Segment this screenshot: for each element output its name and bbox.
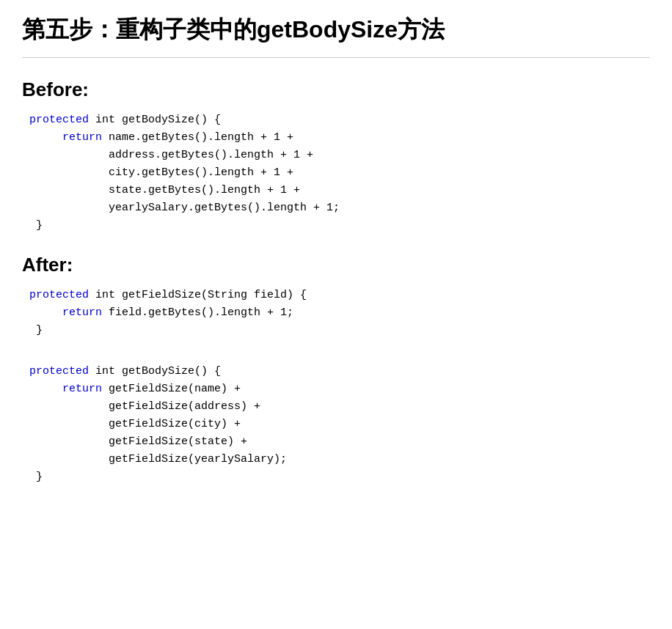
- page-title: 第五步：重构子类中的getBodySize方法: [22, 15, 650, 45]
- before-line-4: city.getBytes().length + 1 +: [29, 166, 293, 179]
- after1-line-1: protected int getFieldSize(String field)…: [29, 289, 307, 301]
- after2-line-7: }: [29, 471, 43, 483]
- before-line-3: address.getBytes().length + 1 +: [29, 149, 313, 161]
- before-code-block: protected int getBodySize() { return nam…: [22, 107, 650, 239]
- before-line-5: state.getBytes().length + 1 +: [29, 184, 300, 196]
- after2-line-5: getFieldSize(state) +: [29, 435, 247, 448]
- divider: [22, 57, 650, 58]
- after1-line-2: return field.getBytes().length + 1;: [29, 306, 293, 319]
- before-section: Before: protected int getBodySize() { re…: [22, 78, 650, 239]
- before-line-2: return name.getBytes().length + 1 +: [29, 131, 293, 144]
- before-line-1: protected int getBodySize() {: [29, 114, 221, 126]
- after1-line-3: }: [29, 324, 43, 336]
- before-line-7: }: [29, 219, 43, 232]
- after2-line-1: protected int getBodySize() {: [29, 365, 221, 378]
- before-line-6: yearlySalary.getBytes().length + 1;: [29, 202, 340, 214]
- after-label: After:: [22, 254, 650, 276]
- before-label: Before:: [22, 78, 650, 101]
- after2-line-3: getFieldSize(address) +: [29, 400, 260, 413]
- after-code-block-2: protected int getBodySize() { return get…: [22, 358, 650, 490]
- after2-line-6: getFieldSize(yearlySalary);: [29, 453, 287, 466]
- after2-line-2: return getFieldSize(name) +: [29, 383, 241, 395]
- after2-line-4: getFieldSize(city) +: [29, 418, 241, 430]
- after-code-block-1: protected int getFieldSize(String field)…: [22, 282, 650, 344]
- after-section: After: protected int getFieldSize(String…: [22, 254, 650, 490]
